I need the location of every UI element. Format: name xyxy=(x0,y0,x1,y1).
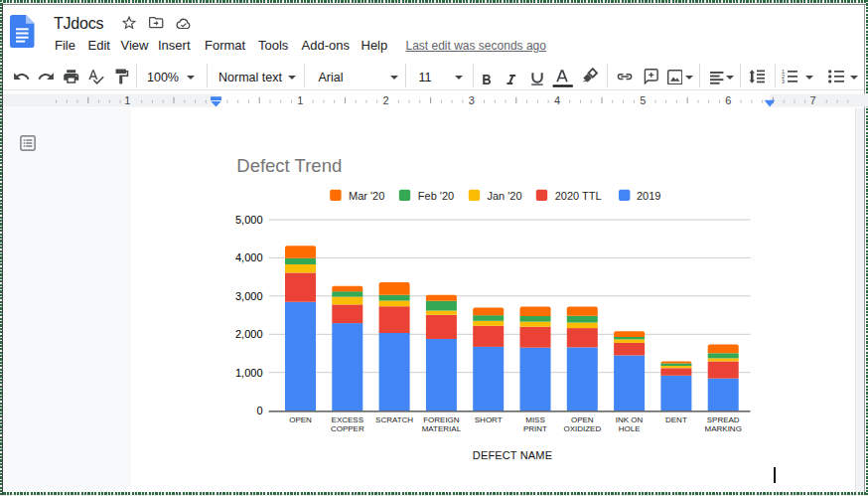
svg-text:2,000: 2,000 xyxy=(235,328,263,340)
svg-text:MISS: MISS xyxy=(525,415,545,424)
svg-text:EXCESS: EXCESS xyxy=(332,415,363,424)
svg-text:6: 6 xyxy=(725,94,731,106)
svg-text:SPREAD: SPREAD xyxy=(707,415,740,424)
svg-text:5,000: 5,000 xyxy=(235,214,263,226)
svg-text:Mar '20: Mar '20 xyxy=(349,190,384,202)
svg-text:3,000: 3,000 xyxy=(235,290,263,302)
svg-text:DENT: DENT xyxy=(665,415,687,424)
svg-text:4,000: 4,000 xyxy=(235,251,263,263)
svg-text:4: 4 xyxy=(554,94,560,106)
svg-text:FOREIGN: FOREIGN xyxy=(423,415,460,424)
svg-text:2: 2 xyxy=(383,94,389,106)
svg-text:Defect Trend: Defect Trend xyxy=(236,155,342,176)
svg-text:3: 3 xyxy=(469,94,475,106)
svg-text:OPEN: OPEN xyxy=(571,415,594,424)
svg-text:Jan '20: Jan '20 xyxy=(487,190,521,202)
svg-text:MATERIAL: MATERIAL xyxy=(422,424,462,433)
svg-text:OPEN: OPEN xyxy=(289,415,312,424)
svg-text:1,000: 1,000 xyxy=(235,367,263,379)
svg-text:SHORT: SHORT xyxy=(475,415,503,424)
svg-text:OXIDIZED: OXIDIZED xyxy=(563,424,601,433)
svg-text:HOLE: HOLE xyxy=(619,424,641,433)
svg-text:1: 1 xyxy=(297,94,303,106)
svg-text:7: 7 xyxy=(809,94,815,106)
svg-text:DEFECT NAME: DEFECT NAME xyxy=(473,449,552,461)
svg-text:2019: 2019 xyxy=(637,190,660,202)
svg-text:0: 0 xyxy=(256,405,262,416)
svg-text:PRINT: PRINT xyxy=(523,424,547,433)
svg-text:MARKING: MARKING xyxy=(705,424,742,433)
svg-text:2020 TTL: 2020 TTL xyxy=(555,190,602,202)
svg-text:INK ON: INK ON xyxy=(616,415,644,424)
svg-text:COPPER: COPPER xyxy=(331,424,364,433)
svg-text:1: 1 xyxy=(124,94,130,106)
svg-text:SCRATCH: SCRATCH xyxy=(375,415,413,424)
svg-text:Feb '20: Feb '20 xyxy=(418,190,454,202)
svg-text:5: 5 xyxy=(640,94,646,106)
